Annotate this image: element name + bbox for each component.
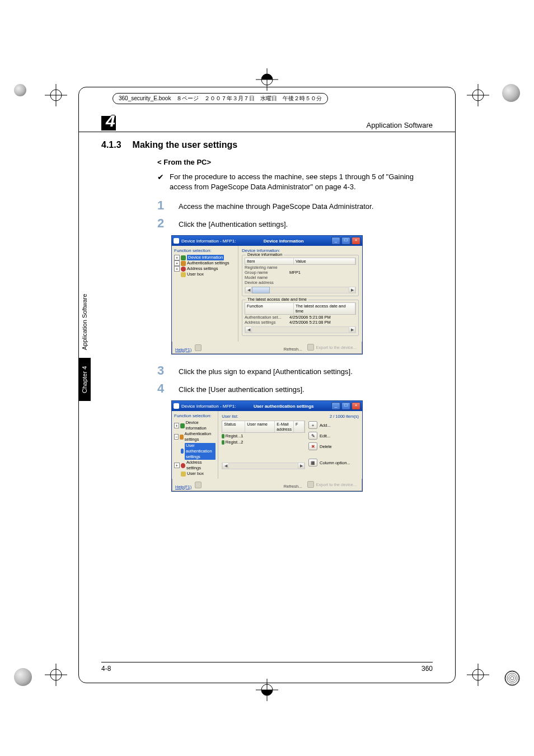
maximize-button[interactable]: □ xyxy=(341,237,350,245)
step-number: 3 xyxy=(157,365,168,377)
tree-label: Address settings xyxy=(187,266,218,272)
chapter-number-box: 4 xyxy=(101,113,120,132)
screenshot-device-information-window: Device Information - MFP1: Device inform… xyxy=(171,235,363,354)
auth-icon xyxy=(180,435,184,440)
help-icon-button[interactable] xyxy=(193,344,204,352)
scroll-right-icon[interactable]: ▶ xyxy=(298,463,305,469)
edit-button[interactable]: ✎Edit... xyxy=(308,431,359,440)
add-button[interactable]: ＋Add... xyxy=(308,421,359,430)
section-heading: 4.1.3 Making the user settings xyxy=(101,140,433,150)
app-icon xyxy=(174,403,179,409)
corner-dot-br xyxy=(504,670,520,686)
step-2: 2 Click the [Authentication settings]. xyxy=(157,217,433,230)
refresh-button[interactable]: Refresh... xyxy=(282,346,305,352)
scroll-left-icon[interactable]: ◀ xyxy=(245,327,252,333)
side-tab: Application Software Chapter 4 xyxy=(77,289,92,401)
column-option-button[interactable]: ▦Column option... xyxy=(308,458,359,467)
tree-node-auth[interactable]: +Authentication settings xyxy=(174,260,236,266)
close-button[interactable]: × xyxy=(352,237,360,245)
step-text: Click the [Authentication settings]. xyxy=(179,217,288,230)
scroll-left-icon[interactable]: ◀ xyxy=(222,463,229,469)
regmark-tl xyxy=(45,84,67,106)
expand-icon[interactable]: + xyxy=(174,255,180,260)
title-center: User authentication settings xyxy=(238,404,329,409)
export-button[interactable]: Export to the device... xyxy=(305,480,359,488)
add-icon: ＋ xyxy=(308,421,317,429)
help-icon-button[interactable] xyxy=(193,481,204,489)
book-header-line: 360_security_E.book ８ページ ２００７年３月７日 水曜日 午… xyxy=(113,93,328,104)
user-list-label: User list: xyxy=(222,414,238,419)
step-4: 4 Click the [User authentication setting… xyxy=(157,382,433,395)
tree-node-user-auth[interactable]: User authentication settings xyxy=(174,443,216,460)
section-title: Making the user settings xyxy=(133,140,238,150)
step-text: Access the machine through PageScope Dat… xyxy=(179,199,373,212)
close-button[interactable]: × xyxy=(352,402,360,410)
running-title: Application Software xyxy=(366,121,433,132)
device-icon xyxy=(181,255,186,260)
help-icon xyxy=(195,482,202,488)
scroll-right-icon[interactable]: ▶ xyxy=(349,327,355,333)
tree-node-auth[interactable]: −Authentication settings xyxy=(174,431,216,442)
maximize-button[interactable]: □ xyxy=(341,402,350,410)
table-row: Device address xyxy=(245,280,356,285)
table-row[interactable]: Regist...1 xyxy=(222,433,305,439)
scroll-right-icon[interactable]: ▶ xyxy=(349,287,355,293)
minimize-button[interactable]: _ xyxy=(331,402,340,410)
tree-node-device[interactable]: +Device information xyxy=(174,255,236,260)
latest-access-group: The latest access date and time Function… xyxy=(242,300,359,336)
tree-node-userbox[interactable]: User box xyxy=(174,471,216,477)
auth-icon xyxy=(181,261,186,266)
refresh-button[interactable]: Refresh... xyxy=(282,483,305,489)
address-icon xyxy=(181,267,186,272)
page-number-left: 4-8 xyxy=(101,665,111,673)
horizontal-scrollbar[interactable]: ◀▶ xyxy=(245,326,356,333)
minimize-button[interactable]: _ xyxy=(331,237,340,245)
expand-icon[interactable]: + xyxy=(174,423,179,428)
title-left: Device Information - MFP1: xyxy=(181,239,236,244)
expand-icon[interactable]: + xyxy=(174,266,180,272)
tree-node-device[interactable]: +Device information xyxy=(174,420,216,431)
tree-view[interactable]: +Device information −Authentication sett… xyxy=(174,420,216,477)
section-number: 4.1.3 xyxy=(101,140,121,150)
tree-label: User box xyxy=(187,471,204,477)
export-icon xyxy=(307,481,314,488)
table-row: Authentication set...4/25/2006 5:21:08 P… xyxy=(245,315,356,320)
tree-view[interactable]: +Device information +Authentication sett… xyxy=(174,255,236,278)
titlebar: Device Information - MFP1: User authenti… xyxy=(172,401,362,411)
page-number-right: 360 xyxy=(421,665,433,673)
horizontal-scrollbar[interactable]: ◀▶ xyxy=(222,463,305,469)
tree-node-address[interactable]: +Address settings xyxy=(174,460,216,471)
expand-icon[interactable]: + xyxy=(174,463,180,468)
help-link[interactable]: Help(F1) xyxy=(175,484,191,489)
col-email: E-Mail address xyxy=(275,421,294,432)
titlebar: Device Information - MFP1: Device inform… xyxy=(172,236,362,246)
tree-label: User box xyxy=(187,272,204,277)
subheading: < From the PC> xyxy=(157,158,433,166)
delete-button[interactable]: ✖Delete xyxy=(308,442,359,451)
col-value: Value xyxy=(294,258,355,264)
step-1: 1 Access the machine through PageScope D… xyxy=(157,199,433,212)
table-row[interactable]: Regist...2 xyxy=(222,439,305,445)
collapse-icon[interactable]: − xyxy=(174,434,179,440)
scroll-thumb[interactable] xyxy=(252,287,270,293)
help-link[interactable]: Help(F1) xyxy=(175,347,191,352)
export-button[interactable]: Export to the device... xyxy=(305,343,359,351)
title-center: Device information xyxy=(238,239,329,244)
step-number: 2 xyxy=(157,217,168,230)
expand-icon[interactable]: + xyxy=(174,260,180,266)
table-header: Function The latest access date and time xyxy=(245,302,356,315)
side-tab-section: Application Software xyxy=(81,289,88,350)
scroll-left-icon[interactable]: ◀ xyxy=(245,287,252,293)
col-status: Status xyxy=(222,421,245,432)
device-icon xyxy=(180,423,185,428)
corner-dot-bl xyxy=(14,668,32,686)
check-icon: ✔ xyxy=(157,172,165,192)
corner-dot-tr xyxy=(502,84,520,102)
user-icon xyxy=(181,449,184,454)
tree-node-userbox[interactable]: User box xyxy=(174,272,236,277)
tree-node-address[interactable]: +Address settings xyxy=(174,266,236,272)
group-title: The latest access date and time xyxy=(246,297,308,302)
horizontal-scrollbar[interactable]: ◀▶ xyxy=(245,287,356,293)
column-icon: ▦ xyxy=(308,459,317,466)
group-title: Device information xyxy=(246,252,284,257)
